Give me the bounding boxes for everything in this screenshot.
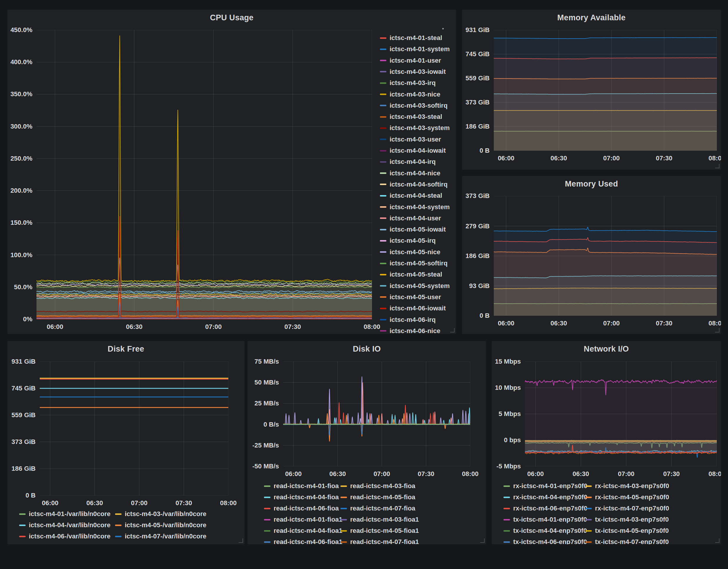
legend-series-color-dash [380, 37, 386, 39]
y-tick-label: 186 GiB [7, 465, 36, 472]
legend-item-ictsc-m4-06-/var/lib/n0core[interactable]: ictsc-m4-06-/var/lib/n0core [19, 532, 111, 541]
legend-item-ictsc-m4-04-iowait[interactable]: ictsc-m4-04-iowait [380, 146, 446, 155]
panel-network-io: Network I/O 15 Mbps10 Mbps5 Mbps0 bps-5 … [492, 341, 721, 544]
legend-series-label: ictsc-m4-03-iowait [390, 68, 446, 76]
x-tick-label: 07:00 [591, 320, 632, 327]
legend-series-color-dash [380, 161, 386, 163]
legend-series-label: rx-ictsc-m4-07-enp7s0f0 [595, 505, 669, 512]
network_io-plot[interactable] [525, 362, 717, 466]
legend-item-read-ictsc-m4-01-fioa1[interactable]: read-ictsc-m4-01-fioa1 [264, 515, 343, 524]
legend-series-label: ictsc-m4-06-nice [390, 327, 440, 334]
legend-item-ictsc-m4-05-irq[interactable]: ictsc-m4-05-irq [380, 236, 436, 245]
legend-series-color-dash [585, 519, 592, 520]
cpu_usage-plot[interactable] [36, 30, 372, 319]
legend-item-ictsc-m4-04-irq[interactable]: ictsc-m4-04-irq [380, 157, 436, 167]
legend-item-read-ictsc-m4-04-fioa[interactable]: read-ictsc-m4-04-fioa [264, 493, 339, 502]
legend-series-label: ictsc-m4-04-system [390, 203, 450, 211]
legend-item-ictsc-m4-05-iowait[interactable]: ictsc-m4-05-iowait [380, 225, 446, 234]
panel-title-cpu-usage[interactable]: CPU Usage [7, 13, 456, 22]
legend-item-read-ictsc-m4-01-fioa[interactable]: read-ictsc-m4-01-fioa [264, 481, 339, 491]
panel-resize-handle[interactable] [239, 538, 243, 543]
panel-title-network-io[interactable]: Network I/O [492, 345, 721, 354]
legend-item-ictsc-m4-03-steal[interactable]: ictsc-m4-03-steal [380, 112, 442, 122]
legend-item-ictsc-m4-04-steal[interactable]: ictsc-m4-04-steal [380, 191, 442, 200]
legend-item-ictsc-m4-06-iowait[interactable]: ictsc-m4-06-iowait [380, 304, 446, 313]
memory_used-plot[interactable] [494, 196, 717, 316]
legend-item-ictsc-m4-04-nice[interactable]: ictsc-m4-04-nice [380, 169, 440, 178]
legend-item-tx-ictsc-m4-03-enp7s0f0[interactable]: tx-ictsc-m4-03-enp7s0f0 [585, 515, 669, 524]
legend-item-read-ictsc-m4-06-fioa[interactable]: read-ictsc-m4-06-fioa [264, 504, 339, 513]
legend-item-ictsc-m4-05-nice[interactable]: ictsc-m4-05-nice [380, 247, 440, 257]
legend-item-read-ictsc-m4-07-fioa1[interactable]: read-ictsc-m4-07-fioa1 [340, 537, 419, 544]
legend-item-ictsc-m4-07-/var/lib/n0core[interactable]: ictsc-m4-07-/var/lib/n0core [115, 532, 207, 541]
legend-item-ictsc-m4-06-nice[interactable]: ictsc-m4-06-nice [380, 326, 440, 334]
legend-series-label: ictsc-m4-04-irq [390, 158, 436, 166]
legend-item-ictsc-m4-03-/var/lib/n0core[interactable]: ictsc-m4-03-/var/lib/n0core [115, 509, 207, 519]
legend-series-label: tx-ictsc-m4-03-enp7s0f0 [595, 516, 669, 523]
legend-item-tx-ictsc-m4-05-enp7s0f0[interactable]: tx-ictsc-m4-05-enp7s0f0 [585, 526, 669, 535]
legend-series-label: ictsc-m4-01-steal [390, 34, 442, 42]
disk_io-plot[interactable] [283, 362, 470, 466]
legend-item-ictsc-m4-05-user[interactable]: ictsc-m4-05-user [380, 292, 441, 302]
legend-series-label: ictsc-m4-07-/var/lib/n0core [125, 533, 207, 540]
legend-item-read-ictsc-m4-05-fioa[interactable]: read-ictsc-m4-05-fioa [340, 493, 415, 502]
legend-item-read-ictsc-m4-04-fioa1[interactable]: read-ictsc-m4-04-fioa1 [264, 526, 343, 535]
panel-resize-handle[interactable] [715, 538, 719, 543]
legend-item-ictsc-m4-04-system[interactable]: ictsc-m4-04-system [380, 202, 450, 212]
legend-item-rx-ictsc-m4-05-enp7s0f0[interactable]: rx-ictsc-m4-05-enp7s0f0 [585, 493, 669, 502]
legend-scroll-indicator[interactable] [442, 28, 444, 29]
legend-item-ictsc-m4-04-softirq[interactable]: ictsc-m4-04-softirq [380, 180, 448, 189]
legend-item-ictsc-m4-01-steal[interactable]: ictsc-m4-01-steal [380, 33, 442, 43]
legend-item-read-ictsc-m4-07-fioa[interactable]: read-ictsc-m4-07-fioa [340, 504, 415, 513]
panel-title-memory-available[interactable]: Memory Available [462, 13, 721, 22]
legend-item-read-ictsc-m4-03-fioa[interactable]: read-ictsc-m4-03-fioa [340, 481, 415, 491]
legend-item-ictsc-m4-03-irq[interactable]: ictsc-m4-03-irq [380, 78, 436, 88]
legend-item-ictsc-m4-05-system[interactable]: ictsc-m4-05-system [380, 281, 450, 291]
legend-item-read-ictsc-m4-03-fioa1[interactable]: read-ictsc-m4-03-fioa1 [340, 515, 419, 524]
disk_free-plot[interactable] [40, 362, 228, 495]
legend-series-color-dash [380, 82, 386, 84]
legend-item-ictsc-m4-03-user[interactable]: ictsc-m4-03-user [380, 135, 441, 144]
legend-item-ictsc-m4-01-user[interactable]: ictsc-m4-01-user [380, 56, 441, 65]
legend-item-rx-ictsc-m4-03-enp7s0f0[interactable]: rx-ictsc-m4-03-enp7s0f0 [585, 481, 669, 491]
legend-item-ictsc-m4-05-steal[interactable]: ictsc-m4-05-steal [380, 270, 442, 279]
legend-item-ictsc-m4-01-/var/lib/n0core[interactable]: ictsc-m4-01-/var/lib/n0core [19, 509, 111, 519]
legend-item-ictsc-m4-03-nice[interactable]: ictsc-m4-03-nice [380, 90, 440, 99]
legend-item-rx-ictsc-m4-01-enp7s0f0[interactable]: rx-ictsc-m4-01-enp7s0f0 [503, 481, 587, 491]
legend-item-ictsc-m4-05-softirq[interactable]: ictsc-m4-05-softirq [380, 259, 448, 268]
legend-series-label: ictsc-m4-03-system [390, 124, 450, 132]
legend-item-tx-ictsc-m4-07-enp7s0f0[interactable]: tx-ictsc-m4-07-enp7s0f0 [585, 537, 669, 544]
legend-item-tx-ictsc-m4-06-enp7s0f0[interactable]: tx-ictsc-m4-06-enp7s0f0 [503, 537, 587, 544]
panel-resize-handle[interactable] [450, 328, 455, 332]
legend-item-rx-ictsc-m4-04-enp7s0f0[interactable]: rx-ictsc-m4-04-enp7s0f0 [503, 493, 587, 502]
memory_available-plot[interactable] [494, 30, 717, 151]
y-tick-label: 15 Mbps [492, 358, 521, 365]
y-tick-label: 279 GiB [462, 222, 490, 230]
panel-title-memory-used[interactable]: Memory Used [462, 179, 721, 189]
legend-item-rx-ictsc-m4-06-enp7s0f0[interactable]: rx-ictsc-m4-06-enp7s0f0 [503, 504, 587, 513]
panel-resize-handle[interactable] [715, 328, 719, 332]
panel-resize-handle[interactable] [480, 538, 485, 543]
legend-series-color-dash [264, 519, 270, 520]
legend-item-tx-ictsc-m4-01-enp7s0f0[interactable]: tx-ictsc-m4-01-enp7s0f0 [503, 515, 587, 524]
legend-item-rx-ictsc-m4-07-enp7s0f0[interactable]: rx-ictsc-m4-07-enp7s0f0 [585, 504, 669, 513]
legend-item-ictsc-m4-05-/var/lib/n0core[interactable]: ictsc-m4-05-/var/lib/n0core [115, 520, 207, 530]
legend-series-color-dash [503, 485, 510, 487]
legend-item-read-ictsc-m4-05-fioa1[interactable]: read-ictsc-m4-05-fioa1 [340, 526, 419, 535]
panel-resize-handle[interactable] [715, 164, 719, 168]
legend-item-ictsc-m4-03-system[interactable]: ictsc-m4-03-system [380, 123, 450, 133]
legend-item-ictsc-m4-03-softirq[interactable]: ictsc-m4-03-softirq [380, 101, 448, 110]
legend-item-tx-ictsc-m4-04-enp7s0f0[interactable]: tx-ictsc-m4-04-enp7s0f0 [503, 526, 587, 535]
legend-item-ictsc-m4-03-iowait[interactable]: ictsc-m4-03-iowait [380, 67, 446, 76]
x-tick-label: 07:30 [644, 154, 685, 162]
legend-item-read-ictsc-m4-06-fioa1[interactable]: read-ictsc-m4-06-fioa1 [264, 537, 343, 544]
legend-item-ictsc-m4-04-/var/lib/n0core[interactable]: ictsc-m4-04-/var/lib/n0core [19, 520, 111, 530]
legend-series-color-dash [340, 541, 347, 543]
legend-item-ictsc-m4-06-irq[interactable]: ictsc-m4-06-irq [380, 315, 436, 325]
legend-item-ictsc-m4-04-user[interactable]: ictsc-m4-04-user [380, 214, 441, 223]
legend-series-color-dash [380, 263, 386, 264]
panel-title-disk-io[interactable]: Disk IO [247, 345, 486, 354]
panel-title-disk-free[interactable]: Disk Free [7, 345, 245, 354]
legend-item-ictsc-m4-01-system[interactable]: ictsc-m4-01-system [380, 44, 450, 54]
legend-series-color-dash [264, 485, 270, 487]
